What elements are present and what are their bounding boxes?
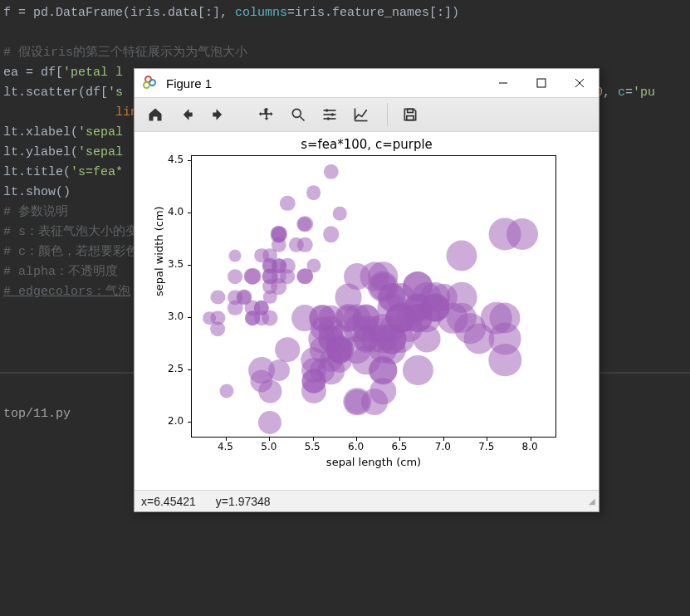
x-tick-label: 7.0: [435, 441, 451, 452]
y-tick-label: 2.5: [168, 363, 184, 374]
data-point: [323, 227, 340, 243]
svg-point-9: [325, 109, 328, 111]
data-point: [262, 280, 277, 295]
y-tick-label: 3.0: [168, 310, 184, 322]
data-point: [219, 384, 233, 398]
data-point: [258, 411, 281, 434]
save-icon: [402, 106, 418, 123]
toolbar: [135, 97, 599, 132]
y-tick-label: 3.5: [168, 258, 184, 270]
data-point: [245, 310, 260, 325]
matplotlib-icon: [143, 76, 158, 90]
status-x-value: 6.45421: [154, 495, 196, 508]
chart-title: s=fea*100, c=purple: [135, 137, 599, 152]
data-point: [228, 290, 243, 305]
minimize-button[interactable]: [484, 69, 522, 97]
data-point: [306, 185, 321, 200]
status-y-label: y=: [216, 495, 228, 508]
data-point: [280, 195, 295, 210]
data-point: [262, 258, 278, 274]
home-button[interactable]: [141, 100, 169, 129]
pan-button[interactable]: [252, 100, 281, 129]
data-point: [343, 388, 371, 416]
window-title: Figure 1: [166, 76, 484, 90]
data-point: [463, 324, 494, 354]
forward-button[interactable]: [204, 100, 232, 129]
svg-rect-15: [407, 116, 414, 120]
resize-grip-icon[interactable]: ◢: [589, 496, 595, 506]
back-button[interactable]: [173, 100, 201, 129]
maximize-icon: [536, 78, 546, 88]
y-tick-label: 4.0: [168, 206, 184, 218]
svg-point-4: [292, 109, 301, 117]
data-point: [369, 356, 398, 384]
code-line: f = pd.DataFrame(iris.data[:], columns=i…: [0, 3, 690, 23]
code-line-comment: # 假设iris的第三个特征展示为为气泡大小: [0, 43, 690, 63]
save-button[interactable]: [396, 100, 424, 129]
x-tick-label: 5.5: [305, 441, 321, 452]
data-point: [335, 304, 363, 332]
close-button[interactable]: [560, 69, 599, 97]
y-tick-label: 4.5: [168, 154, 184, 165]
data-point: [360, 262, 389, 291]
status-y-value: 1.97348: [228, 495, 271, 508]
close-icon: [575, 78, 585, 88]
data-point: [211, 290, 225, 304]
svg-rect-14: [408, 109, 414, 112]
subplots-button[interactable]: [316, 100, 344, 129]
code-line-blank: [0, 23, 690, 43]
data-point: [271, 227, 286, 242]
plot-edit-icon: [353, 106, 369, 123]
data-point: [248, 357, 275, 384]
subplots-icon: [321, 106, 338, 123]
data-point: [323, 164, 338, 179]
plot-canvas[interactable]: s=fea*100, c=purple sepal width (cm) sep…: [135, 132, 599, 490]
x-tick-label: 4.5: [218, 441, 233, 452]
x-tick-label: 5.0: [261, 441, 276, 452]
svg-point-10: [331, 113, 334, 115]
x-axis-label: sepal length (cm): [191, 456, 556, 468]
x-tick-label: 8.0: [522, 441, 538, 452]
data-point: [403, 271, 433, 301]
data-point: [244, 267, 262, 285]
data-point: [306, 259, 321, 273]
data-point: [275, 337, 300, 362]
zoom-button[interactable]: [284, 100, 312, 129]
toolbar-separator: [387, 103, 388, 126]
data-point: [403, 355, 433, 385]
data-point: [325, 335, 354, 364]
back-icon: [179, 106, 195, 123]
run-output-line: top/11.py: [0, 407, 71, 421]
data-point: [229, 249, 242, 262]
data-point: [333, 207, 346, 220]
x-tick-label: 7.5: [478, 441, 494, 452]
home-icon: [147, 106, 164, 123]
zoom-icon: [290, 106, 306, 123]
status-x-label: x=: [141, 495, 154, 508]
minimize-icon: [498, 78, 508, 88]
figure-window[interactable]: Figure 1: [134, 68, 599, 512]
edit-axes-button[interactable]: [347, 100, 375, 129]
statusbar: x=6.45421 y=1.97348 ◢: [135, 490, 599, 511]
svg-rect-1: [537, 79, 546, 87]
plot-axes: [191, 155, 556, 438]
data-point: [446, 240, 477, 271]
forward-icon: [210, 106, 227, 123]
svg-line-5: [301, 117, 305, 121]
y-tick-label: 2.0: [168, 415, 184, 427]
data-point: [228, 269, 243, 284]
x-tick-label: 6.5: [391, 441, 407, 452]
data-point: [506, 218, 538, 250]
data-point: [490, 303, 521, 334]
x-tick-label: 6.0: [348, 441, 364, 452]
y-axis-label: sepal width (cm): [153, 132, 165, 296]
titlebar[interactable]: Figure 1: [135, 69, 599, 97]
maximize-button[interactable]: [522, 69, 560, 97]
svg-point-11: [327, 117, 330, 120]
pan-icon: [258, 106, 275, 123]
